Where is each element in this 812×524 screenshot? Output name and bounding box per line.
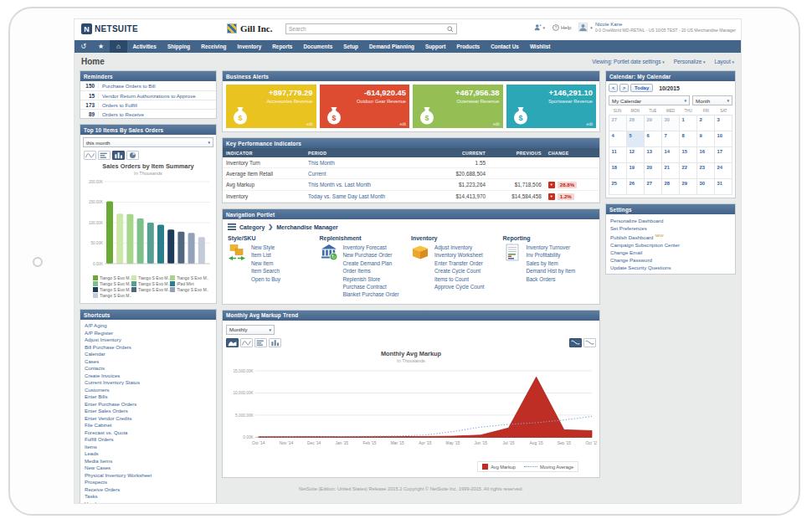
calendar-day-cell[interactable]: 18 bbox=[609, 163, 627, 179]
navigation-portlet-title[interactable]: Navigation Portlet bbox=[223, 209, 599, 219]
shortcut-link-tasks[interactable]: Tasks bbox=[80, 493, 216, 501]
nav-link-open-to-buy[interactable]: Open to Buy bbox=[251, 275, 280, 283]
alert-tile-outdoor-gear-revenue[interactable]: -614,920.45Outdoor Gear Revenue$edit bbox=[320, 85, 410, 128]
nav-item-contact-us[interactable]: Contact Us bbox=[486, 40, 525, 53]
settings-link-publish-dashboard[interactable]: Publish DashboardNEW bbox=[606, 232, 735, 241]
hbar-chart-type-button[interactable] bbox=[254, 338, 267, 347]
nav-link-approve-cycle-count[interactable]: Approve Cycle Count bbox=[434, 283, 485, 290]
vbar-chart-type-button[interactable] bbox=[112, 151, 125, 160]
shortcut-link-leads[interactable]: Leads bbox=[80, 450, 216, 458]
markup-range-select[interactable]: Monthly▾ bbox=[226, 325, 275, 335]
calendar-day-cell[interactable]: 31 bbox=[715, 179, 732, 195]
nav-item-receiving[interactable]: Receiving bbox=[196, 40, 232, 53]
shortcuts-star-icon[interactable]: ★ bbox=[92, 40, 110, 53]
calendar-prev-button[interactable]: < bbox=[609, 84, 618, 92]
alert-edit-link[interactable]: edit bbox=[587, 122, 593, 126]
calendar-day-cell[interactable]: 6 bbox=[645, 131, 662, 147]
calendar-day-cell[interactable]: 10 bbox=[715, 131, 732, 147]
calendar-day-cell[interactable]: 17 bbox=[715, 147, 732, 163]
settings-link-change-email[interactable]: Change Email bbox=[606, 249, 735, 256]
reminder-link[interactable]: Orders to Receive bbox=[99, 111, 144, 117]
calendar-day-cell[interactable]: 4 bbox=[609, 131, 627, 147]
shortcut-link-calendar[interactable]: Calendar bbox=[80, 351, 216, 358]
reminder-link[interactable]: Purchase Orders to Bill bbox=[99, 83, 156, 89]
calendar-day-cell[interactable]: 8 bbox=[680, 131, 697, 147]
breadcrumb-category[interactable]: Category bbox=[239, 224, 265, 230]
trend-view-selected-button[interactable] bbox=[569, 338, 582, 347]
nav-link-sales-by-item[interactable]: Sales by Item bbox=[527, 259, 576, 267]
home-icon[interactable]: ⌂ bbox=[110, 40, 127, 53]
shortcut-link-cases[interactable]: Cases bbox=[80, 358, 216, 366]
kpi-period[interactable]: This Month vs. Last Month bbox=[305, 179, 433, 191]
shortcut-link-fulfill-orders[interactable]: Fulfill Orders bbox=[80, 436, 216, 444]
nav-link-inventory-forecast[interactable]: Inventory Forecast bbox=[343, 244, 399, 251]
calendar-title[interactable]: Calendar: My Calendar bbox=[606, 71, 735, 81]
settings-link-set-preferences[interactable]: Set Preferences bbox=[606, 224, 735, 232]
area-chart-type-button[interactable] bbox=[226, 338, 239, 347]
nav-item-demand-planning[interactable]: Demand Planning bbox=[363, 40, 419, 53]
calendar-day-cell[interactable]: 2 bbox=[697, 116, 715, 131]
shortcut-link-physical-inventory-worksheet[interactable]: Physical Inventory Worksheet bbox=[80, 472, 216, 480]
calendar-day-cell[interactable]: 26 bbox=[627, 179, 645, 195]
shortcut-link-items[interactable]: Items bbox=[80, 444, 216, 451]
shortcut-link-vendors[interactable]: Vendors bbox=[80, 501, 216, 504]
roles-menu[interactable]: ▾ bbox=[534, 23, 546, 31]
nav-link-blanket-purchase-order[interactable]: Blanket Purchase Order bbox=[343, 290, 399, 298]
shortcut-link-media-items[interactable]: Media Items bbox=[80, 458, 216, 465]
calendar-day-cell[interactable]: 24 bbox=[715, 163, 732, 179]
nav-link-replenish-store[interactable]: Replenish Store bbox=[343, 275, 399, 283]
search-input[interactable] bbox=[289, 26, 447, 32]
kpi-period[interactable]: Today vs. Same Day Last Month bbox=[305, 191, 433, 203]
help-menu[interactable]: ? Help bbox=[552, 24, 571, 31]
nav-link-new-item[interactable]: New Item bbox=[251, 259, 280, 267]
calendar-day-cell[interactable]: 12 bbox=[627, 147, 645, 163]
nav-link-enter-transfer-order[interactable]: Enter Transfer Order bbox=[434, 259, 485, 267]
calendar-day-cell[interactable]: 25 bbox=[609, 179, 627, 195]
nav-item-support[interactable]: Support bbox=[419, 40, 451, 53]
settings-link-personalize-dashboard[interactable]: Personalize Dashboard bbox=[606, 217, 735, 224]
calendar-day-cell[interactable]: 29 bbox=[680, 179, 697, 195]
layout-menu[interactable]: Layout ▾ bbox=[715, 59, 735, 64]
calendar-day-cell[interactable]: 15 bbox=[680, 147, 697, 163]
calendar-day-cell[interactable]: 20 bbox=[645, 163, 662, 179]
nav-link-new-purchase-order[interactable]: New Purchase Order bbox=[343, 251, 399, 259]
calendar-day-cell[interactable]: 3 bbox=[715, 116, 732, 131]
nav-link-back-orders[interactable]: Back Orders bbox=[527, 275, 576, 283]
shortcut-link-forecast-vs-quota[interactable]: Forecast vs. Quota bbox=[80, 429, 216, 437]
calendar-select[interactable]: My Calendar▾ bbox=[609, 95, 690, 105]
nav-link-new-style[interactable]: New Style bbox=[251, 244, 280, 251]
calendar-day-cell[interactable]: 28 bbox=[662, 179, 680, 195]
reminder-link[interactable]: Vendor Return Authorizations to Approve bbox=[99, 93, 196, 99]
alert-tile-accessories-revenue[interactable]: +897,779.29Accessories Revenue$edit bbox=[226, 85, 316, 128]
top10-range-select[interactable]: this month▾ bbox=[83, 137, 213, 147]
calendar-day-cell[interactable]: 9 bbox=[697, 131, 715, 147]
kpi-period[interactable]: Current bbox=[305, 168, 433, 179]
nav-link-create-demand-plan[interactable]: Create Demand Plan bbox=[343, 259, 399, 267]
shortcut-link-current-inventory-status[interactable]: Current Inventory Status bbox=[80, 379, 216, 387]
alert-edit-link[interactable]: edit bbox=[493, 122, 499, 126]
calendar-view-select[interactable]: Month▾ bbox=[692, 95, 732, 105]
pie-chart-type-button[interactable] bbox=[126, 151, 139, 160]
nav-item-shipping[interactable]: Shipping bbox=[162, 40, 195, 53]
vbar-chart-type-button[interactable] bbox=[269, 338, 281, 347]
calendar-day-cell[interactable]: 5 bbox=[627, 131, 645, 147]
calendar-day-cell[interactable]: 23 bbox=[697, 163, 715, 179]
nav-link-inv-profitability[interactable]: Inv Profitability bbox=[527, 251, 576, 259]
shortcut-link-bill-purchase-orders[interactable]: Bill Purchase Orders bbox=[80, 344, 216, 352]
nav-item-wishlist[interactable]: Wishlist bbox=[524, 40, 555, 53]
calendar-day-cell[interactable]: 7 bbox=[662, 131, 680, 147]
shortcut-link-enter-purchase-orders[interactable]: Enter Purchase Orders bbox=[80, 401, 216, 408]
calendar-day-cell[interactable]: 30 bbox=[662, 116, 680, 131]
calendar-day-cell[interactable]: 14 bbox=[662, 147, 680, 163]
shortcut-link-customers[interactable]: Customers bbox=[80, 387, 216, 394]
calendar-day-cell[interactable]: 19 bbox=[627, 163, 645, 179]
calendar-day-cell[interactable]: 13 bbox=[645, 147, 662, 163]
shortcut-link-a-p-aging[interactable]: A/P Aging bbox=[80, 322, 216, 330]
shortcut-link-prospects[interactable]: Prospects bbox=[80, 479, 216, 486]
nav-item-activities[interactable]: Activities bbox=[127, 40, 162, 53]
line-chart-type-button[interactable] bbox=[84, 151, 96, 160]
shortcut-link-enter-vendor-credits[interactable]: Enter Vendor Credits bbox=[80, 415, 216, 423]
calendar-day-cell[interactable]: 1 bbox=[680, 116, 697, 131]
hbar-chart-type-button[interactable] bbox=[98, 151, 110, 160]
settings-link-change-password[interactable]: Change Password bbox=[606, 256, 735, 264]
